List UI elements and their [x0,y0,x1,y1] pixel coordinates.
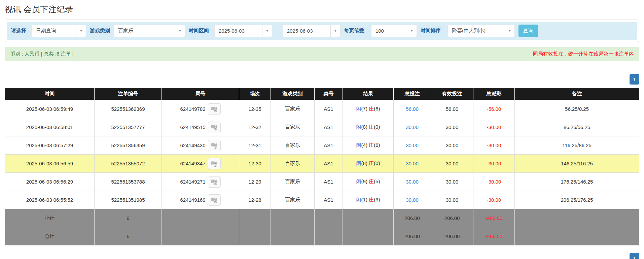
cell-result: 闲(4) 庄(6) [343,136,394,155]
column-header: 总派彩 [473,88,515,100]
date-to-value: 2025-06-03 [283,28,317,34]
empty-cell [343,227,394,246]
video-replay-button[interactable] [208,158,221,169]
page-size-select[interactable]: 100 ▼ [371,25,417,37]
cell-total-bet: 30.00 [394,155,431,173]
date-to-select[interactable]: 2025-06-03 ▼ [283,25,341,37]
total-bet-link[interactable]: 30.00 [406,161,419,166]
cell-valid-bet: 56.00 [431,100,473,118]
round-id-wrap: 624149347 [180,158,220,169]
cell-time: 2025-06-03 06:59:49 [5,100,95,118]
cell-remark: 176.25/146.25 [515,173,639,191]
cell-bet-id: 522551351985 [95,191,162,209]
cell-total-bet: 56.00 [394,100,431,118]
cell-result: 闲(9) 庄(5) [343,173,394,191]
total-bet-link[interactable]: 30.00 [406,179,419,185]
column-header: 时间 [5,88,95,100]
time-range-label: 时间区间: [189,28,211,34]
date-range-separator: ~ [276,28,279,34]
cell-session: 12-30 [239,155,271,173]
empty-cell [515,227,639,246]
cell-round-id: 624149515 [162,118,239,136]
round-id-text: 624149271 [180,179,205,185]
result-player-label: 闲 [356,179,361,184]
pagination-page-button[interactable]: 1 [630,74,639,85]
video-replay-button[interactable] [208,176,221,188]
video-icon [211,197,218,203]
cell-valid-bet: 30.00 [431,155,473,173]
cell-payout: -30.00 [473,155,515,173]
cell-total-bet: 30.00 [394,191,431,209]
table-row: 2025-06-03 06:56:29522551353788624149271… [5,173,639,191]
cell-remark: 86.25/56.25 [515,118,639,136]
empty-cell [343,209,394,227]
page-size-value: 100 [371,28,388,34]
bet-records-table: 时间注单编号局号场次游戏类别桌号结果总投注有效投注总派彩备注 2025-06-0… [5,88,639,246]
cell-total-bet: 30.00 [394,173,431,191]
cell-result: 闲(1) 庄(3) [343,191,394,209]
valid-bet-notice: 同局有效投注，统一计算在该局第一张注单内 [533,51,634,57]
subtotal-row-label: 小计 [5,209,95,227]
game-type-label: 游戏类别 [90,28,110,34]
grand-total-row-total-bet: 206.00 [394,227,431,246]
cell-time: 2025-06-03 06:57:29 [5,136,95,155]
round-id-wrap: 624149430 [180,140,220,151]
cell-total-bet: 30.00 [394,136,431,155]
grand-total-row-count: 6 [95,227,162,246]
time-sort-select[interactable]: 降幂(由大到小) ▼ [448,25,515,37]
cell-result: 闲(8) 庄(0) [343,155,394,173]
result-banker-label: 庄 [369,179,374,184]
cell-bet-id: 522551357777 [95,118,162,136]
chevron-down-icon: ▼ [76,25,86,37]
total-bet-link[interactable]: 56.00 [406,106,419,112]
round-id-text: 624149430 [180,142,205,148]
cell-bet-id: 522551362369 [95,100,162,118]
video-replay-button[interactable] [208,103,221,115]
cell-remark: 146.25/116.25 [515,155,639,173]
grand-total-row: 总计6206.00206.00-206.00 [5,227,639,246]
game-type-select[interactable]: 百家乐 ▼ [114,25,185,37]
subtotal-row-total-bet: 206.00 [394,209,431,227]
game-type-value: 百家乐 [114,28,137,34]
result-banker-label: 庄 [369,197,374,202]
total-bet-link[interactable]: 30.00 [406,197,419,203]
grand-total-row-payout: -206.00 [473,227,515,246]
video-replay-button[interactable] [208,140,221,151]
cell-game-type: 百家乐 [271,173,315,191]
column-header: 有效投注 [431,88,473,100]
video-icon [211,142,218,149]
subtotal-row-count: 6 [95,209,162,227]
cell-payout: -30.00 [473,118,515,136]
result-player-label: 闲 [356,142,361,148]
page-size-label: 每页笔数 : [344,28,367,34]
pagination-page-button[interactable]: 1 [630,253,639,259]
table-row: 2025-06-03 06:56:59522551355072624149347… [5,155,639,173]
empty-cell [162,227,239,246]
cell-table-no: AS1 [315,155,343,173]
payout-amount: -56.00 [487,106,501,112]
round-id-wrap: 624149169 [180,194,220,206]
cell-payout: -30.00 [473,173,515,191]
cell-payout: -30.00 [473,136,515,155]
video-replay-button[interactable] [208,194,221,206]
cell-round-id: 624149782 [162,100,239,118]
cell-round-id: 624149430 [162,136,239,155]
chevron-down-icon: ▼ [175,25,185,37]
empty-cell [315,209,343,227]
cell-session: 12-31 [239,136,271,155]
payout-amount: -30.00 [487,124,501,130]
cell-time: 2025-06-03 06:56:59 [5,155,95,173]
result-banker-label: 庄 [369,160,374,166]
search-button[interactable]: 查询 [518,25,538,37]
date-from-select[interactable]: 2025-06-03 ▼ [214,25,272,37]
query-type-select[interactable]: 日期查询 ▼ [32,25,86,37]
total-bet-link[interactable]: 30.00 [406,124,419,130]
result-player-label: 闲 [356,124,361,130]
cell-remark: 206.25/176.25 [515,191,639,209]
cell-bet-id: 522551355072 [95,155,162,173]
cell-game-type: 百家乐 [271,191,315,209]
video-replay-button[interactable] [208,122,221,133]
total-bet-link[interactable]: 30.00 [406,142,419,148]
chevron-down-icon: ▼ [330,25,340,37]
filter-panel: 请选择: 日期查询 ▼ 游戏类别 百家乐 ▼ 时间区间: 2025-06-03 … [5,20,639,42]
